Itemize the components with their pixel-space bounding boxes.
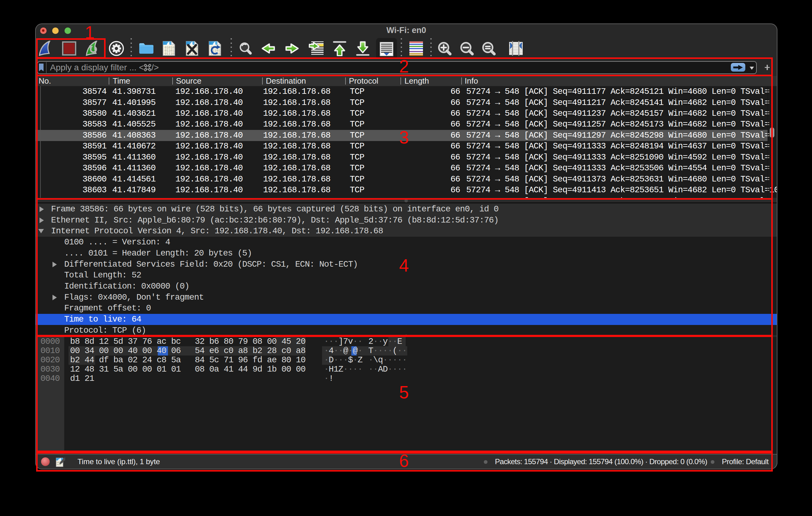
svg-text:01110: 01110 — [165, 52, 174, 56]
